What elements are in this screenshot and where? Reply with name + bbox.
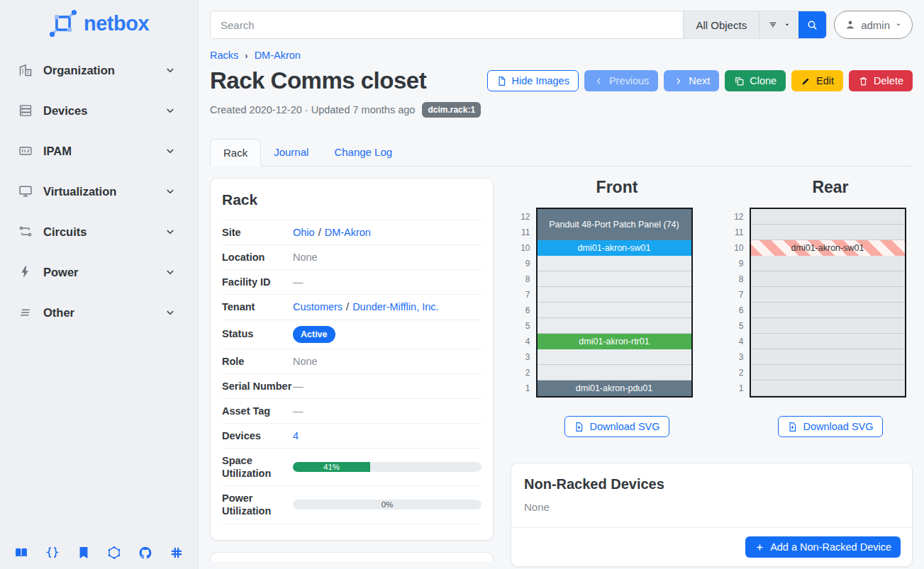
rear-unit-labels: 121110987654321 xyxy=(731,208,750,398)
rack-unit-slot[interactable] xyxy=(538,287,691,303)
sidebar-item-power[interactable]: Power xyxy=(0,259,198,285)
breadcrumb-dm-akron[interactable]: DM-Akron xyxy=(255,50,301,61)
previous-button[interactable]: Previous xyxy=(584,70,658,91)
front-download-svg-button[interactable]: Download SVG xyxy=(564,416,669,437)
person-icon xyxy=(845,19,856,30)
delete-button[interactable]: Delete xyxy=(849,70,913,91)
front-elevation: Front 121110987654321 Panduit 48-Port Pa… xyxy=(518,178,693,437)
breadcrumb-racks[interactable]: Racks xyxy=(210,50,238,61)
unit-number: 7 xyxy=(731,287,744,303)
rack-unit-slot[interactable] xyxy=(751,365,905,381)
netbox-logo[interactable]: netbox xyxy=(0,0,198,55)
user-menu-button[interactable]: admin xyxy=(834,11,913,39)
list-icon xyxy=(18,305,33,320)
rack-unit-slot[interactable] xyxy=(751,209,905,225)
site-group-link[interactable]: Ohio xyxy=(293,227,315,238)
unit-number: 11 xyxy=(731,225,744,240)
unit-number: 9 xyxy=(731,256,744,271)
sidebar-item-label: Virtualization xyxy=(43,185,164,198)
attr-row-serial: Serial Number — xyxy=(222,374,482,399)
rack-unit-slot[interactable] xyxy=(751,271,905,287)
chevron-left-icon xyxy=(594,76,604,86)
attr-row-location: Location None xyxy=(222,245,482,270)
status-badge: Active xyxy=(293,326,335,343)
rack-unit-slot[interactable] xyxy=(751,334,905,349)
rack-unit-slot[interactable] xyxy=(751,256,905,271)
unit-number: 4 xyxy=(518,334,530,349)
sidebar-item-other[interactable]: Other xyxy=(0,300,198,325)
topbar: All Objects admin xyxy=(210,11,913,39)
user-name: admin xyxy=(861,19,890,31)
add-non-racked-device-button[interactable]: Add a Non-Racked Device xyxy=(745,536,901,558)
rack-unit-slot[interactable] xyxy=(538,303,691,318)
rack-unit-slot[interactable] xyxy=(751,287,905,303)
chevron-down-icon xyxy=(164,64,177,77)
rack-unit-slot[interactable] xyxy=(751,349,905,365)
netbox-wordmark: netbox xyxy=(84,12,149,35)
flash-icon xyxy=(18,265,33,279)
slack-icon[interactable] xyxy=(169,546,184,560)
rack-device[interactable]: dmi01-akron-sw01 xyxy=(751,240,905,256)
devices-count-link[interactable]: 4 xyxy=(293,430,299,441)
search-scope-button[interactable]: All Objects xyxy=(683,11,759,38)
rack-unit-slot[interactable] xyxy=(538,256,691,271)
github-icon[interactable] xyxy=(138,546,152,560)
graphql-icon[interactable] xyxy=(107,546,121,560)
unit-number: 1 xyxy=(518,381,530,396)
rack-unit-slot[interactable] xyxy=(538,349,691,365)
api-book-icon[interactable] xyxy=(77,546,91,560)
unit-number: 10 xyxy=(731,240,744,256)
rack-device[interactable]: dmi01-akron-sw01 xyxy=(538,240,691,256)
tenant-link[interactable]: Dunder-Mifflin, Inc. xyxy=(352,301,438,312)
unit-number: 5 xyxy=(731,318,744,334)
rack-device[interactable]: dmi01-akron-rtr01 xyxy=(538,334,691,349)
caret-down-icon xyxy=(784,21,791,28)
edit-button[interactable]: Edit xyxy=(791,70,843,91)
clone-button[interactable]: Clone xyxy=(725,70,786,91)
sidebar-item-organization[interactable]: Organization xyxy=(0,57,198,83)
tab-journal[interactable]: Journal xyxy=(261,139,321,166)
role-value: None xyxy=(293,356,482,367)
rack-unit-slot[interactable] xyxy=(751,381,905,396)
space-utilization-bar: 41% xyxy=(293,462,482,472)
object-id-badge: dcim.rack:1 xyxy=(422,102,481,118)
chevron-down-icon xyxy=(164,225,177,238)
rear-download-svg-button[interactable]: Download SVG xyxy=(778,416,882,437)
page-header: Rack Comms closet Hide Images Previous N… xyxy=(210,67,913,95)
unit-number: 3 xyxy=(518,349,530,365)
attr-row-tenant: Tenant Customers / Dunder-Mifflin, Inc. xyxy=(222,295,482,320)
file-download-icon xyxy=(787,422,798,432)
unit-number: 3 xyxy=(731,349,744,365)
rack-unit-slot[interactable] xyxy=(751,318,905,334)
attr-row-space-utilization: Space Utilization 41% xyxy=(222,449,482,486)
attr-row-power-utilization: Power Utilization 0% xyxy=(222,486,482,524)
docs-book-open-icon[interactable] xyxy=(14,546,28,560)
site-link[interactable]: DM-Akron xyxy=(325,227,371,238)
tab-rack[interactable]: Rack xyxy=(210,139,261,167)
sidebar-item-ipam[interactable]: IPAM xyxy=(0,138,198,164)
hide-images-button[interactable]: Hide Images xyxy=(487,70,579,91)
code-braces-icon[interactable] xyxy=(45,546,60,560)
sidebar-item-devices[interactable]: Devices xyxy=(0,98,198,123)
rack-unit-slot[interactable] xyxy=(751,225,905,240)
next-button[interactable]: Next xyxy=(664,70,719,91)
attr-row-devices: Devices 4 xyxy=(222,424,482,449)
search-submit-button[interactable] xyxy=(798,11,826,38)
tenant-group-link[interactable]: Customers xyxy=(293,301,343,312)
search-input[interactable] xyxy=(211,11,683,38)
rack-unit-slot[interactable] xyxy=(751,303,905,318)
rack-unit-slot[interactable] xyxy=(538,365,691,381)
chevron-down-icon xyxy=(164,185,177,198)
rack-attributes-panel: Rack Site Ohio / DM-Akron Location None xyxy=(210,178,494,541)
search-filter-button[interactable] xyxy=(759,11,798,38)
sidebar-item-circuits[interactable]: Circuits xyxy=(0,219,198,244)
rack-device[interactable]: Panduit 48-Port Patch Panel (74) xyxy=(538,209,691,240)
rack-unit-slot[interactable] xyxy=(538,271,691,287)
rack-unit-slot[interactable] xyxy=(538,318,691,334)
rear-elevation: Rear 121110987654321 dmi01-akron-sw01 Do… xyxy=(731,178,906,437)
tab-change-log[interactable]: Change Log xyxy=(321,139,405,166)
rack-device[interactable]: dmi01-akron-pdu01 xyxy=(538,381,691,396)
sidebar-item-virtualization[interactable]: Virtualization xyxy=(0,179,198,204)
global-search: All Objects xyxy=(210,11,827,39)
trash-icon xyxy=(858,76,869,86)
